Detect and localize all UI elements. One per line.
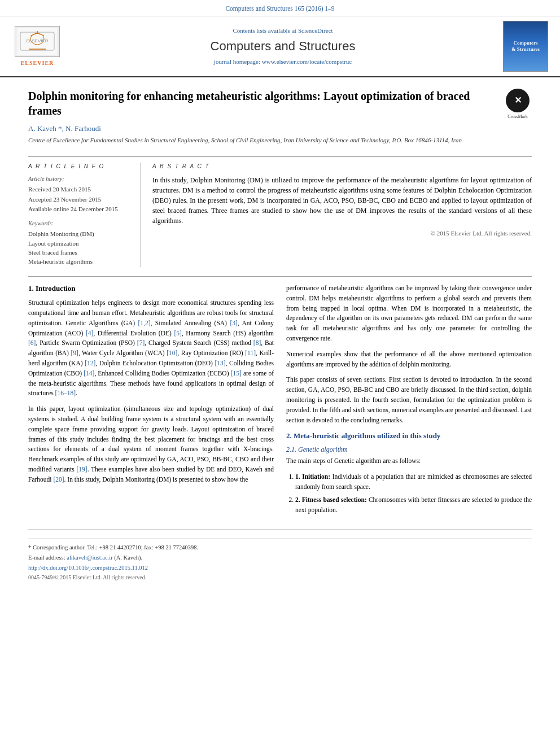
journal-thumbnail: Computers& Structures (500, 21, 551, 72)
ga-step-1: 1. Initiation: Individuals of a populati… (295, 472, 532, 492)
footnote-email: E-mail address: alikaveh@iust.ac.ir (A. … (28, 554, 532, 562)
ref-3: [3] (230, 320, 237, 326)
science-direct-link[interactable]: ScienceDirect (298, 27, 333, 34)
article-footer: * Corresponding author. Tel.: +98 21 442… (28, 529, 532, 587)
crossmark-icon (506, 89, 530, 112)
journal-header: ELSEVIER ELSEVIER Contents lists availab… (0, 16, 560, 77)
section1-heading: 1. Introduction (28, 283, 274, 294)
genetic-algorithm-steps: 1. Initiation: Individuals of a populati… (286, 472, 532, 515)
main-right-column: performance of metaheuristic algorithms … (286, 283, 532, 518)
section2-heading: 2. Meta-heuristic algorithms utilized in… (286, 431, 532, 441)
copyright-line: 0045-7949/© 2015 Elsevier Ltd. All right… (28, 574, 532, 582)
article-history-label: Article history: (28, 175, 133, 184)
authors-line: A. Kaveh *, N. Farhoudi (28, 124, 498, 134)
section1-right-paragraph1: performance of metaheuristic algorithms … (286, 283, 532, 344)
thumb-journal-title: Computers& Structures (511, 40, 540, 53)
article-title-section: Dolphin monitoring for enhancing metaheu… (28, 89, 532, 150)
section1-right-paragraph3: This paper consists of seven sections. F… (286, 375, 532, 425)
article-info-label: A R T I C L E I N F O (28, 163, 133, 171)
doi-line[interactable]: http://dx.doi.org/10.1016/j.compstruc.20… (28, 564, 532, 573)
ref-8: [8] (253, 339, 261, 346)
section1-paragraph1: Structural optimization helps engineers … (28, 298, 274, 399)
ref-12: [12] (85, 360, 95, 366)
crossmark-label: CrossMark (508, 113, 528, 120)
ref-15: [15] (231, 370, 242, 377)
abstract-column: A B S T R A C T In this study, Dolphin M… (152, 163, 532, 267)
ref-16-18: [16–18] (55, 390, 76, 396)
journal-reference-link[interactable]: Computers and Structures 165 (2016) 1–9 (225, 5, 334, 12)
email-label: E-mail address: (28, 554, 65, 561)
contents-line: Contents lists available at ScienceDirec… (71, 27, 495, 35)
journal-title: Computers and Structures (71, 38, 495, 55)
section2-intro: The main steps of Genetic algorithm are … (286, 456, 532, 466)
doi-link[interactable]: http://dx.doi.org/10.1016/j.compstruc.20… (28, 565, 148, 571)
abstract-text: In this study, Dolphin Monitoring (DM) i… (152, 175, 532, 226)
ref-1-2: [1,2] (138, 320, 150, 326)
keywords-label: Keywords: (28, 220, 133, 228)
keyword-1: Dolphin Monitoring (DM) (28, 230, 133, 238)
svg-text:ELSEVIER: ELSEVIER (26, 38, 48, 43)
top-bar: Computers and Structures 165 (2016) 1–9 (0, 0, 560, 16)
keyword-3: Steel braced frames (28, 248, 133, 257)
ref-19: [19] (76, 466, 87, 473)
author-link[interactable]: A. Kaveh *, N. Farhoudi (28, 124, 101, 133)
article-container: Dolphin monitoring for enhancing metaheu… (0, 77, 560, 598)
available-date: Available online 24 December 2015 (28, 205, 133, 213)
ref-13: [13] (215, 360, 225, 366)
ref-14: [14] (84, 370, 94, 377)
affiliation-line: Centre of Excellence for Fundamental Stu… (28, 136, 498, 145)
article-info-abstract: A R T I C L E I N F O Article history: R… (28, 156, 532, 267)
elsevier-logo: ELSEVIER ELSEVIER (9, 26, 65, 67)
homepage-url[interactable]: www.elsevier.com/locate/compstruc (262, 58, 352, 65)
contents-available-text: Contents lists available at (233, 27, 296, 34)
elsevier-text-label: ELSEVIER (21, 59, 54, 67)
elsevier-logo-image: ELSEVIER (15, 26, 60, 57)
main-left-column: 1. Introduction Structural optimization … (28, 283, 274, 518)
keyword-2: Layout optimization (28, 239, 133, 248)
email-link[interactable]: alikaveh@iust.ac.ir (67, 554, 112, 561)
step1-label: 1. Initiation: (295, 473, 330, 480)
ref-9: [9] (71, 350, 78, 356)
section1-right-paragraph2: Numerical examples show that the perform… (286, 350, 532, 370)
journal-center: Contents lists available at ScienceDirec… (71, 27, 495, 66)
accepted-date: Accepted 23 November 2015 (28, 195, 133, 204)
ref-7: [7] (137, 339, 145, 346)
keyword-4: Meta-heuristic algorithms (28, 257, 133, 266)
article-title-text: Dolphin monitoring for enhancing metaheu… (28, 89, 498, 150)
article-info-column: A R T I C L E I N F O Article history: R… (28, 163, 141, 267)
footnote-star-text: * Corresponding author. Tel.: +98 21 442… (28, 544, 198, 551)
journal-cover-image: Computers& Structures (503, 21, 548, 72)
journal-homepage-line: journal homepage: www.elsevier.com/locat… (71, 58, 495, 66)
received-date: Received 20 March 2015 (28, 185, 133, 194)
homepage-label: journal homepage: (214, 58, 260, 65)
abstract-label: A B S T R A C T (152, 163, 532, 171)
article-title: Dolphin monitoring for enhancing metaheu… (28, 89, 498, 118)
ref-4: [4] (86, 330, 93, 337)
step2-label: 2. Fitness based selection: (295, 496, 367, 503)
ref-6: [6] (28, 339, 36, 346)
ref-5: [5] (174, 330, 181, 337)
crossmark-badge[interactable]: CrossMark (504, 89, 532, 120)
ga-step-2: 2. Fitness based selection: Chromosomes … (295, 495, 532, 516)
ref-10: [10] (167, 350, 177, 356)
ref-11: [11] (245, 350, 256, 356)
email-suffix: (A. Kaveh). (114, 554, 142, 561)
section2a-heading: 2.1. Genetic algorithm (286, 445, 532, 455)
step1-text: Individuals of a population that are mim… (295, 473, 532, 490)
ref-20: [20] (53, 476, 64, 483)
abstract-copyright: © 2015 Elsevier Ltd. All rights reserved… (152, 229, 532, 238)
main-content: 1. Introduction Structural optimization … (28, 276, 532, 518)
section1-paragraph2: In this paper, layout optimization (simu… (28, 404, 274, 485)
footnote-corresponding: * Corresponding author. Tel.: +98 21 442… (28, 544, 532, 552)
